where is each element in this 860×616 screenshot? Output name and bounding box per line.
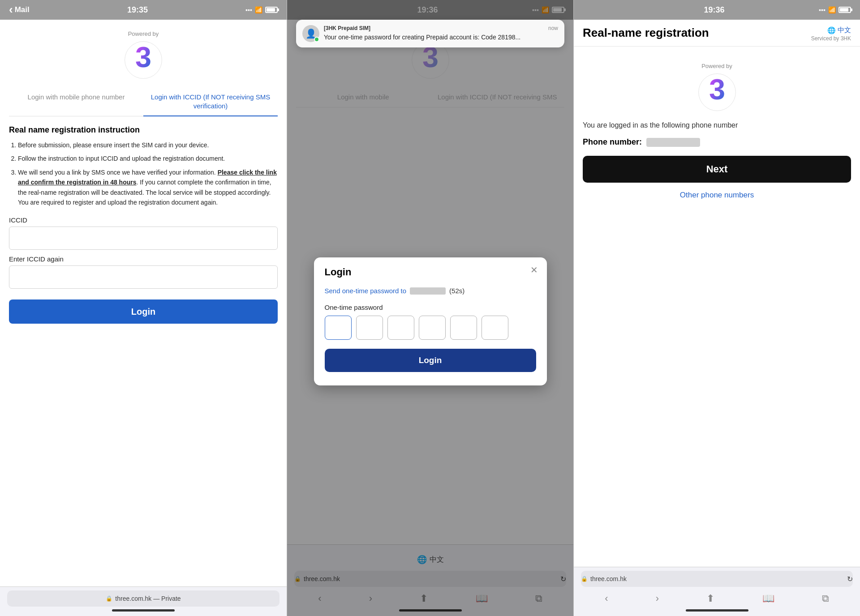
serviced-by-3: Serviced by 3HK xyxy=(811,35,851,42)
otp-box-3[interactable] xyxy=(387,316,414,340)
notif-avatar: 👤 xyxy=(302,25,319,42)
instruction-item-2: Follow the instruction to input ICCID an… xyxy=(18,154,278,163)
notification-banner: 👤 [3HK Prepaid SIM] now Your one-time pa… xyxy=(296,20,564,47)
otp-box-5[interactable] xyxy=(450,316,477,340)
svg-text:3: 3 xyxy=(135,41,151,73)
browser-bar-1: 🔒 three.com.hk — Private xyxy=(0,586,287,616)
modal-close-button[interactable]: ✕ xyxy=(530,265,538,275)
tabs-1: Login with mobile phone number Login wit… xyxy=(9,87,278,116)
login-button-1[interactable]: Login xyxy=(9,299,278,324)
page-title-3: Real-name registration xyxy=(583,26,811,40)
wifi-icon-3: 📶 xyxy=(828,6,836,13)
status-bar-1: Mail 19:35 ▪▪▪ 📶 xyxy=(0,0,287,20)
nav-forward-btn-3[interactable]: › xyxy=(650,591,664,606)
status-bar-3: 19:36 ▪▪▪ 📶 xyxy=(574,0,860,20)
notif-text: Your one-time password for creating Prep… xyxy=(324,33,558,42)
lock-icon-3: 🔒 xyxy=(581,576,588,582)
lang-button-3[interactable]: 🌐 中文 xyxy=(827,26,851,34)
instruction-section: Real name registration instruction Befor… xyxy=(0,116,287,216)
powered-by-1: Powered by xyxy=(128,30,159,37)
title-row-3: Real-name registration 🌐 中文 Serviced by … xyxy=(583,26,851,42)
tab-mobile-1[interactable]: Login with mobile phone number xyxy=(9,87,143,116)
browser-nav-3: ‹ › ⬆ 📖 ⧉ xyxy=(581,590,853,607)
tab-iccid-1[interactable]: Login with ICCID (If NOT receiving SMS v… xyxy=(143,87,278,116)
otp-box-6[interactable] xyxy=(482,316,508,340)
phone-number-label: Phone number: xyxy=(583,137,642,147)
logged-in-text: You are logged in as the following phone… xyxy=(583,121,851,129)
home-indicator-1 xyxy=(112,609,175,612)
signal-icon: ▪▪▪ xyxy=(245,6,252,13)
battery-icon xyxy=(265,7,278,13)
otp-box-1[interactable] xyxy=(325,316,352,340)
url-text-1: three.com.hk — Private xyxy=(115,595,181,602)
reload-icon-3[interactable]: ↻ xyxy=(847,575,853,583)
url-text-3: three.com.hk xyxy=(590,575,627,582)
instruction-list: Before submission, please ensure insert … xyxy=(9,140,278,207)
back-button[interactable]: Mail xyxy=(9,4,30,15)
otp-box-4[interactable] xyxy=(419,316,446,340)
login-modal: Login ✕ Send one-time password to (52s) … xyxy=(314,257,547,385)
iccid-again-label: Enter ICCID again xyxy=(9,255,278,263)
otp-inputs xyxy=(325,316,536,340)
globe-icon-3: 🌐 xyxy=(827,26,836,34)
nav-bookmarks-btn-3[interactable]: 📖 xyxy=(757,591,780,606)
lock-icon-1: 🔒 xyxy=(106,595,112,602)
notif-app: [3HK Prepaid SIM] xyxy=(324,25,370,31)
notif-header: [3HK Prepaid SIM] now xyxy=(324,25,558,31)
notif-time: now xyxy=(548,25,558,31)
nav-tabs-btn-3[interactable]: ⧉ xyxy=(817,591,834,606)
modal-overlay[interactable]: Login ✕ Send one-time password to (52s) … xyxy=(287,0,573,616)
send-otp-row: Send one-time password to (52s) xyxy=(325,287,536,295)
notif-active-dot xyxy=(314,37,319,42)
phone3-main-content: Powered by 3 You are logged in as the fo… xyxy=(574,47,860,567)
url-bar-3: 🔒 three.com.hk ↻ xyxy=(581,571,853,587)
notif-content: [3HK Prepaid SIM] now Your one-time pass… xyxy=(324,25,558,42)
lang-area-3: 🌐 中文 Serviced by 3HK xyxy=(811,26,851,42)
phone-masked xyxy=(410,287,446,295)
iccid-again-input[interactable] xyxy=(9,265,278,289)
phone-number-masked xyxy=(646,138,700,147)
nav-back-btn-3[interactable]: ‹ xyxy=(599,591,613,606)
iccid-label: ICCID xyxy=(9,216,278,224)
iccid-input[interactable] xyxy=(9,227,278,250)
url-bar-1: 🔒 three.com.hk — Private xyxy=(7,590,280,607)
phone-screen-3: 19:36 ▪▪▪ 📶 Real-name registration 🌐 中文 … xyxy=(573,0,860,616)
other-numbers-button[interactable]: Other phone numbers xyxy=(680,191,754,200)
otp-label: One-time password xyxy=(325,304,536,311)
powered-by-3: Powered by xyxy=(701,63,732,69)
signal-icon-3: ▪▪▪ xyxy=(819,6,826,13)
link-text: Please click the link and confirm the re… xyxy=(18,169,277,186)
svg-text:3: 3 xyxy=(709,73,725,106)
modal-title: Login xyxy=(325,266,536,278)
phone3-header: Real-name registration 🌐 中文 Serviced by … xyxy=(574,20,860,47)
next-button[interactable]: Next xyxy=(583,156,851,183)
modal-login-button[interactable]: Login xyxy=(325,349,536,372)
nav-share-btn-3[interactable]: ⬆ xyxy=(701,591,720,606)
wifi-icon: 📶 xyxy=(255,6,262,13)
status-time: 19:35 xyxy=(127,5,148,15)
home-indicator-3 xyxy=(686,609,748,612)
status-icons: ▪▪▪ 📶 xyxy=(245,6,278,13)
instruction-item-1: Before submission, please ensure insert … xyxy=(18,140,278,150)
battery-icon-3 xyxy=(838,7,851,13)
otp-timer: (52s) xyxy=(449,287,464,295)
lang-text-3: 中文 xyxy=(838,26,851,34)
phone-screen-1: Mail 19:35 ▪▪▪ 📶 Powered by 3 xyxy=(0,0,287,616)
logo-area-1: Powered by 3 xyxy=(0,20,287,87)
status-time-3: 19:36 xyxy=(704,5,725,15)
browser-bar-3: 🔒 three.com.hk ↻ ‹ › ⬆ 📖 ⧉ xyxy=(574,567,860,616)
iccid-again-section: Enter ICCID again xyxy=(0,255,287,294)
iccid-section: ICCID xyxy=(0,216,287,255)
phone-screen-2: 19:36 ▪▪▪ 📶 👤 [3HK Prepaid SIM] now Your… xyxy=(287,0,573,616)
logo-area-3: Powered by 3 xyxy=(583,56,851,121)
three-logo-1: 3 xyxy=(123,40,163,80)
instruction-title: Real name registration instruction xyxy=(9,125,278,135)
three-logo-3: 3 xyxy=(697,72,737,112)
otp-box-2[interactable] xyxy=(356,316,383,340)
phone1-content: Powered by 3 Login with mobile phone num… xyxy=(0,20,287,586)
instruction-item-3: We will send you a link by SMS once we h… xyxy=(18,167,278,208)
send-otp-text: Send one-time password to xyxy=(325,287,407,295)
status-icons-3: ▪▪▪ 📶 xyxy=(819,6,851,13)
phone-number-row: Phone number: xyxy=(583,137,851,147)
